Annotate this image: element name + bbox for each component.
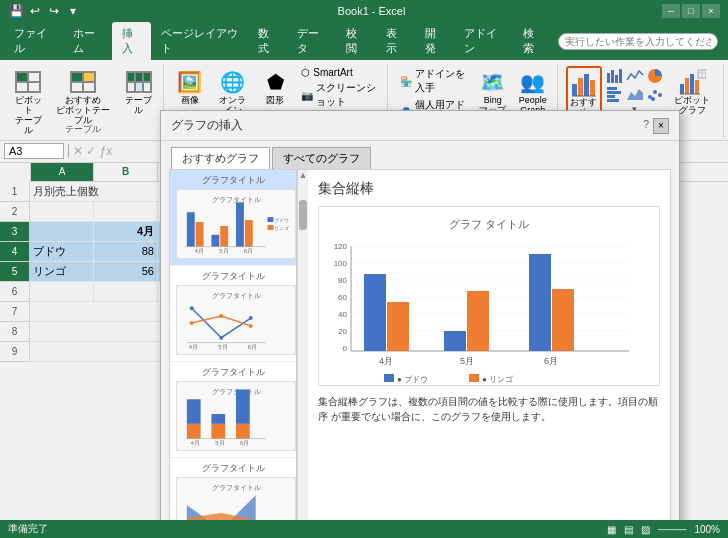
- chart-item-bar[interactable]: グラフタイトル グラフタイトル 4月: [170, 170, 296, 266]
- svg-rect-13: [607, 99, 619, 102]
- ribbon-group-tables: ピボットテーブル おすすめピボットテーブル: [4, 64, 164, 138]
- shapes-label: 図形: [266, 96, 284, 106]
- svg-text:5月: 5月: [219, 248, 228, 254]
- chart-type-icons-2: [606, 86, 664, 102]
- bar-chart-icon[interactable]: [606, 86, 624, 102]
- screenshot-btn[interactable]: 📷 スクリーンショット: [297, 80, 381, 110]
- cell-a6[interactable]: [30, 282, 94, 302]
- cell-b2[interactable]: [94, 202, 158, 222]
- help-icon[interactable]: ?: [643, 118, 649, 134]
- scroll-thumb[interactable]: [299, 200, 307, 230]
- name-box[interactable]: [4, 143, 64, 159]
- quick-access-toolbar: 💾 ↩ ↪ ▾: [8, 3, 81, 19]
- svg-rect-55: [187, 423, 201, 438]
- redo-icon[interactable]: ↪: [46, 3, 62, 19]
- view-layout-icon[interactable]: ▤: [624, 524, 633, 535]
- recommended-chart-icon: [570, 70, 598, 98]
- tab-formulas[interactable]: 数式: [248, 22, 287, 60]
- svg-rect-58: [236, 389, 250, 423]
- zoom-slider[interactable]: ────: [658, 524, 686, 535]
- smartart-group: ⬡ SmartArt 📷 スクリーンショット: [297, 66, 381, 110]
- cell-b4[interactable]: 88: [94, 242, 158, 262]
- svg-rect-28: [187, 212, 195, 246]
- chart-list-scrollbar[interactable]: ▲ ▼: [297, 170, 308, 538]
- svg-text:40: 40: [338, 310, 347, 319]
- tab-developer[interactable]: 開発: [415, 22, 454, 60]
- tab-data[interactable]: データ: [287, 22, 336, 60]
- svg-rect-5: [607, 73, 610, 83]
- recommended-pivot-btn[interactable]: おすすめピボットテーブル: [51, 66, 116, 128]
- chart-detail: 集合縦棒 グラフ タイトル 120 100 80 60 40 20 0: [308, 170, 670, 538]
- chart-preview-label-2: グラフタイトル: [174, 270, 292, 283]
- image-btn[interactable]: 🖼️ 画像: [172, 66, 208, 108]
- view-normal-icon[interactable]: ▦: [607, 524, 616, 535]
- svg-text:6月: 6月: [244, 248, 253, 254]
- customize-icon[interactable]: ▾: [65, 3, 81, 19]
- minimize-btn[interactable]: ─: [662, 4, 680, 18]
- bar-apr-ringo: [387, 302, 409, 351]
- tab-file[interactable]: ファイル: [4, 22, 63, 60]
- undo-icon[interactable]: ↩: [27, 3, 43, 19]
- tab-home[interactable]: ホーム: [63, 22, 112, 60]
- svg-text:5月: 5月: [460, 356, 474, 366]
- svg-rect-10: [607, 87, 617, 90]
- save-icon[interactable]: 💾: [8, 3, 24, 19]
- chart-preview-1: グラフタイトル 4月 5月 6月: [176, 189, 296, 259]
- scatter-chart-icon[interactable]: [646, 86, 664, 102]
- cell-a5[interactable]: リンゴ: [30, 262, 94, 282]
- svg-point-46: [190, 320, 194, 324]
- col-header-a[interactable]: A: [30, 163, 94, 181]
- tab-review[interactable]: 校閲: [336, 22, 375, 60]
- chart-item-line[interactable]: グラフタイトル グラフタイトル 4月 5月: [170, 266, 296, 362]
- tab-recommended-charts[interactable]: おすすめグラフ: [171, 147, 270, 169]
- svg-text:0: 0: [343, 344, 348, 353]
- tab-addin[interactable]: アドイン: [454, 22, 513, 60]
- col-header-b[interactable]: B: [94, 163, 158, 181]
- smartart-btn[interactable]: ⬡ SmartArt: [297, 66, 381, 79]
- svg-text:20: 20: [338, 327, 347, 336]
- row-num-2: 2: [0, 202, 30, 222]
- main-chart-preview: グラフ タイトル 120 100 80 60 40 20 0: [318, 206, 660, 386]
- chart-preview-label-3: グラフタイトル: [174, 366, 292, 379]
- column-chart-icon[interactable]: [606, 68, 624, 84]
- pie-chart-icon[interactable]: [646, 68, 664, 84]
- table-btn[interactable]: テーブル: [120, 66, 157, 118]
- row-num-7: 7: [0, 302, 30, 322]
- svg-rect-22: [695, 80, 699, 94]
- bing-map-icon: 🗺️: [479, 68, 507, 96]
- cell-b6[interactable]: [94, 282, 158, 302]
- view-break-icon[interactable]: ▨: [641, 524, 650, 535]
- chart-type-name: 集合縦棒: [318, 180, 660, 198]
- table-label: テーブル: [124, 96, 153, 116]
- tab-view[interactable]: 表示: [376, 22, 415, 60]
- cell-a4[interactable]: ブドウ: [30, 242, 94, 262]
- shapes-btn[interactable]: ⬟ 図形: [257, 66, 293, 108]
- search-input[interactable]: [558, 33, 718, 50]
- tab-pagelayout[interactable]: ページレイアウト: [151, 22, 248, 60]
- svg-point-44: [219, 335, 223, 339]
- svg-rect-30: [211, 234, 219, 246]
- tab-insert[interactable]: 挿入: [112, 22, 151, 60]
- fx-label: ✕ ✓ ƒx: [73, 144, 112, 158]
- tab-search[interactable]: 検索: [513, 22, 552, 60]
- maximize-btn[interactable]: □: [682, 4, 700, 18]
- svg-rect-20: [685, 78, 689, 94]
- line-chart-icon[interactable]: [626, 68, 644, 84]
- svg-rect-54: [187, 399, 201, 424]
- tab-all-charts[interactable]: すべてのグラフ: [272, 147, 371, 169]
- dialog-close-btn[interactable]: ×: [653, 118, 669, 134]
- get-addin-btn[interactable]: 🏪 アドインを入手: [396, 66, 471, 96]
- cell-b5[interactable]: 56: [94, 262, 158, 282]
- cell-b3[interactable]: 4月: [94, 222, 158, 242]
- chart-item-stacked[interactable]: グラフタイトル グラフタイトル 4月 5月 6月: [170, 362, 296, 458]
- area-chart-icon[interactable]: [626, 86, 644, 102]
- svg-text:5月: 5月: [215, 440, 224, 446]
- cell-a3[interactable]: [30, 222, 94, 242]
- scroll-up-btn[interactable]: ▲: [298, 170, 308, 180]
- bar-jun-budou: [529, 254, 551, 351]
- svg-rect-89: [384, 374, 394, 382]
- cell-a2[interactable]: [30, 202, 94, 222]
- close-btn[interactable]: ×: [702, 4, 720, 18]
- svg-rect-59: [236, 423, 250, 438]
- chart-preview-3: グラフタイトル 4月 5月 6月: [176, 381, 296, 451]
